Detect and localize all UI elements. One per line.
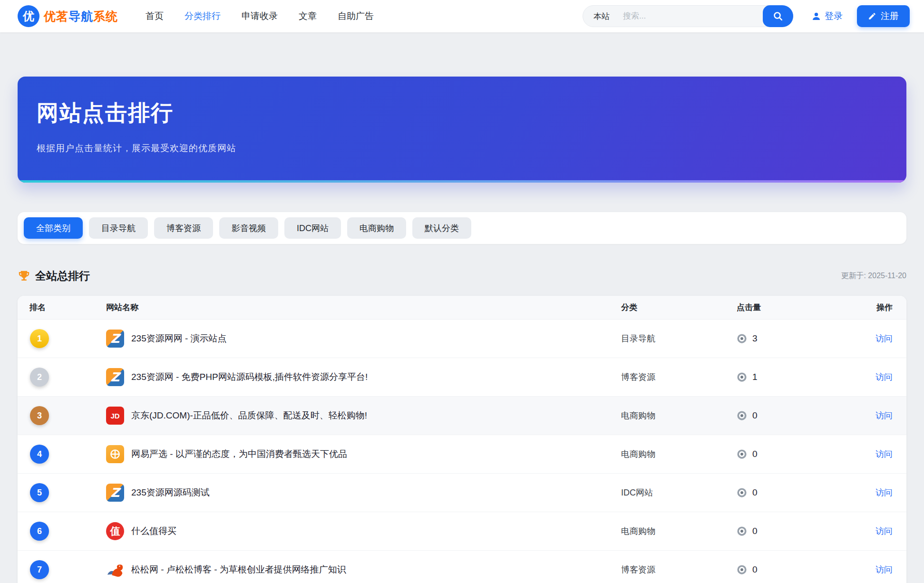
ranking-title-text: 全站总排行 <box>35 269 90 283</box>
site-name: 优茗导航系统 <box>44 9 118 24</box>
category-pill[interactable]: 电商购物 <box>347 217 406 239</box>
click-count: 0 <box>752 449 758 459</box>
register-label: 注册 <box>881 10 899 22</box>
click-count: 0 <box>752 410 758 421</box>
site-title[interactable]: 235资源网源码测试 <box>131 486 210 499</box>
visit-link[interactable]: 访问 <box>875 334 893 343</box>
trophy-icon <box>18 270 30 282</box>
nav-link[interactable]: 分类排行 <box>185 10 221 22</box>
nav-link[interactable]: 自助广告 <box>338 10 374 22</box>
rank-badge: 1 <box>30 329 49 348</box>
col-header-name: 网站名称 <box>106 302 621 313</box>
category-pill[interactable]: 影音视频 <box>219 217 278 239</box>
site-logo[interactable]: 优 优茗导航系统 <box>18 5 118 27</box>
main-nav: 首页分类排行申请收录文章自助广告 <box>146 10 374 22</box>
pencil-icon <box>868 12 876 20</box>
site-category: 电商购物 <box>621 448 737 460</box>
eye-icon <box>737 372 747 382</box>
table-row: 5 Z 235资源网源码测试 IDC网站 0 访问 <box>18 474 906 512</box>
site-category: 电商购物 <box>621 410 737 421</box>
visit-link[interactable]: 访问 <box>875 449 893 459</box>
rank-badge: 7 <box>30 560 49 579</box>
site-title[interactable]: 235资源网网 - 演示站点 <box>131 332 227 345</box>
table-header-row: 排名 网站名称 分类 点击量 操作 <box>18 296 906 320</box>
col-header-clicks: 点击量 <box>737 302 857 313</box>
eye-icon <box>737 526 747 536</box>
search-icon <box>772 10 784 22</box>
site-favicon: Z <box>106 484 124 502</box>
nav-link[interactable]: 文章 <box>299 10 317 22</box>
click-count: 1 <box>752 372 758 382</box>
col-header-action: 操作 <box>857 302 906 313</box>
eye-icon <box>737 333 747 344</box>
page-title: 网站点击排行 <box>37 98 887 128</box>
category-pill[interactable]: IDC网站 <box>284 217 341 239</box>
site-favicon: Z <box>106 330 124 348</box>
click-count: 3 <box>752 333 758 344</box>
page-subtitle: 根据用户点击量统计，展示最受欢迎的优质网站 <box>37 142 887 155</box>
site-category: 博客资源 <box>621 564 737 575</box>
site-title[interactable]: 235资源网 - 免费PHP网站源码模板,插件软件资源分享平台! <box>131 371 368 383</box>
category-pill[interactable]: 博客资源 <box>154 217 213 239</box>
search-input[interactable] <box>623 11 763 21</box>
visit-link[interactable]: 访问 <box>875 411 893 420</box>
search-bar: 本站 <box>583 5 793 27</box>
user-icon <box>811 11 821 21</box>
visit-link[interactable]: 访问 <box>875 565 893 574</box>
site-title[interactable]: 什么值得买 <box>131 525 176 537</box>
table-row: 6 值 什么值得买 电商购物 0 访问 <box>18 512 906 551</box>
search-button[interactable] <box>763 5 793 27</box>
site-favicon <box>106 445 124 463</box>
login-label: 登录 <box>825 10 843 22</box>
navbar: 优 优茗导航系统 首页分类排行申请收录文章自助广告 本站 登录 注册 <box>0 0 924 32</box>
eye-icon <box>737 410 747 421</box>
ranking-section-header: 全站总排行 更新于: 2025-11-20 <box>18 269 906 283</box>
updated-timestamp: 更新于: 2025-11-20 <box>841 271 906 281</box>
category-pill[interactable]: 目录导航 <box>89 217 148 239</box>
site-favicon: Z <box>106 368 124 386</box>
category-filter-bar: 全部类别目录导航博客资源影音视频IDC网站电商购物默认分类 <box>18 212 906 244</box>
category-pill[interactable]: 默认分类 <box>412 217 471 239</box>
col-header-rank: 排名 <box>18 302 106 313</box>
site-category: IDC网站 <box>621 487 737 498</box>
search-scope-select[interactable]: 本站 <box>583 11 610 22</box>
click-count: 0 <box>752 487 758 498</box>
site-favicon <box>106 561 124 579</box>
table-row: 1 Z 235资源网网 - 演示站点 目录导航 3 访问 <box>18 320 906 358</box>
nav-link[interactable]: 首页 <box>146 10 164 22</box>
click-count: 0 <box>752 526 758 536</box>
click-count: 0 <box>752 564 758 575</box>
logo-badge-icon: 优 <box>18 5 39 27</box>
eye-icon <box>737 564 747 575</box>
table-row: 2 Z 235资源网 - 免费PHP网站源码模板,插件软件资源分享平台! 博客资… <box>18 358 906 397</box>
eye-icon <box>737 487 747 498</box>
navbar-right: 本站 登录 注册 <box>583 5 910 27</box>
login-link[interactable]: 登录 <box>811 10 843 22</box>
site-category: 电商购物 <box>621 525 737 537</box>
site-category: 目录导航 <box>621 333 737 344</box>
table-row: 7 松松网 - 卢松松博客 - 为草根创业者提供网络推广知识 博客资源 0 访问 <box>18 551 906 583</box>
hero-banner: 网站点击排行 根据用户点击量统计，展示最受欢迎的优质网站 <box>18 77 906 183</box>
rank-badge: 4 <box>30 445 49 464</box>
visit-link[interactable]: 访问 <box>875 488 893 497</box>
site-title[interactable]: 松松网 - 卢松松博客 - 为草根创业者提供网络推广知识 <box>131 564 346 576</box>
register-button[interactable]: 注册 <box>857 5 910 27</box>
visit-link[interactable]: 访问 <box>875 526 893 536</box>
site-title[interactable]: 网易严选 - 以严谨的态度，为中国消费者甄选天下优品 <box>131 448 347 460</box>
site-category: 博客资源 <box>621 371 737 383</box>
hero-accent-line <box>18 180 906 183</box>
rank-badge: 6 <box>30 522 49 541</box>
col-header-category: 分类 <box>621 302 737 313</box>
nav-link[interactable]: 申请收录 <box>242 10 278 22</box>
site-favicon: 值 <box>106 522 124 540</box>
ranking-table: 排名 网站名称 分类 点击量 操作 1 Z 235资源网网 - 演示站点 目录导… <box>18 296 906 583</box>
category-pill[interactable]: 全部类别 <box>24 217 83 239</box>
rank-badge: 3 <box>30 406 49 425</box>
eye-icon <box>737 449 747 459</box>
table-row: 3 JD 京东(JD.COM)-正品低价、品质保障、配送及时、轻松购物! 电商购… <box>18 397 906 435</box>
ranking-rows: 1 Z 235资源网网 - 演示站点 目录导航 3 访问 2 Z 235资源网 … <box>18 320 906 583</box>
table-row: 4 网易严选 - 以严谨的态度，为中国消费者甄选天下优品 电商购物 0 访问 <box>18 435 906 474</box>
site-title[interactable]: 京东(JD.COM)-正品低价、品质保障、配送及时、轻松购物! <box>131 409 367 422</box>
rank-badge: 5 <box>30 483 49 502</box>
visit-link[interactable]: 访问 <box>875 372 893 382</box>
